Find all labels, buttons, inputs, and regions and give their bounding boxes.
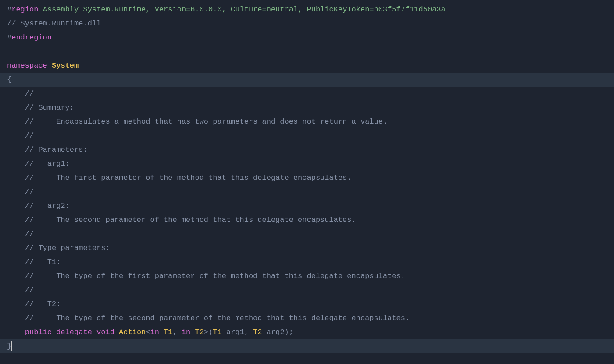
type-param-t2: T2 [195, 328, 204, 336]
code-line-comment: // Summary: [7, 101, 614, 115]
code-line-comment: // [7, 87, 614, 101]
rparen: ) [285, 328, 289, 336]
region-directive: region [11, 5, 38, 14]
code-line-region: #region Assembly System.Runtime, Version… [7, 3, 614, 17]
namespace-name: System [52, 61, 79, 70]
code-line-comment: // The type of the second parameter of t… [7, 311, 614, 325]
code-line-comment: // The second parameter of the method th… [7, 213, 614, 227]
code-line-comment: // Encapsulates a method that has two pa… [7, 115, 614, 129]
code-line-namespace: namespace System [7, 59, 614, 73]
param-arg1: arg1 [226, 328, 244, 336]
code-line-open-brace: { [0, 73, 614, 87]
code-line-comment: // [7, 283, 614, 297]
comma: , [173, 328, 182, 336]
space [114, 328, 119, 336]
gt: > [204, 328, 208, 336]
param-arg2: arg2 [267, 328, 285, 336]
code-line-blank [7, 45, 614, 59]
text-cursor [11, 341, 12, 351]
param-type-t2: T2 [253, 328, 262, 336]
code-line-close-brace: } [0, 339, 614, 353]
type-action: Action [119, 328, 146, 336]
space [262, 328, 267, 336]
code-line-comment: // [7, 227, 614, 241]
open-brace: { [7, 75, 11, 84]
param-type-t1: T1 [213, 328, 221, 336]
semicolon: ; [289, 328, 293, 336]
lt: < [146, 328, 150, 336]
in-keyword: in [150, 328, 159, 336]
code-editor[interactable]: #region Assembly System.Runtime, Version… [7, 3, 614, 353]
code-line-comment: // Parameters: [7, 143, 614, 157]
space [47, 61, 52, 70]
code-line-comment: // System.Runtime.dll [7, 17, 614, 31]
in-keyword: in [182, 328, 190, 336]
indent [7, 328, 25, 336]
code-line-comment: // [7, 129, 614, 143]
code-line-delegate: public delegate void Action<in T1, in T2… [7, 325, 614, 339]
hash: # [7, 5, 11, 14]
space [159, 328, 164, 336]
code-line-comment: // T2: [7, 297, 614, 311]
public-keyword: public [25, 328, 52, 336]
code-line-endregion: #endregion [7, 31, 614, 45]
delegate-keyword: delegate [56, 328, 92, 336]
code-line-comment: // T1: [7, 255, 614, 269]
space [190, 328, 195, 336]
void-keyword: void [96, 328, 114, 336]
space [222, 328, 226, 336]
code-line-comment: // arg2: [7, 199, 614, 213]
space [92, 328, 96, 336]
region-text: Assembly System.Runtime, Version=6.0.0.0… [43, 5, 446, 14]
lparen: ( [208, 328, 213, 336]
space [52, 328, 56, 336]
code-line-comment: // The type of the first parameter of th… [7, 269, 614, 283]
code-line-comment: // [7, 185, 614, 199]
space [38, 5, 43, 14]
hash: # [7, 33, 11, 42]
endregion-directive: endregion [11, 33, 52, 42]
namespace-keyword: namespace [7, 61, 47, 70]
type-param-t1: T1 [164, 328, 172, 336]
code-line-comment: // Type parameters: [7, 241, 614, 255]
comma: , [244, 328, 253, 336]
code-line-comment: // arg1: [7, 157, 614, 171]
code-line-comment: // The first parameter of the method tha… [7, 171, 614, 185]
